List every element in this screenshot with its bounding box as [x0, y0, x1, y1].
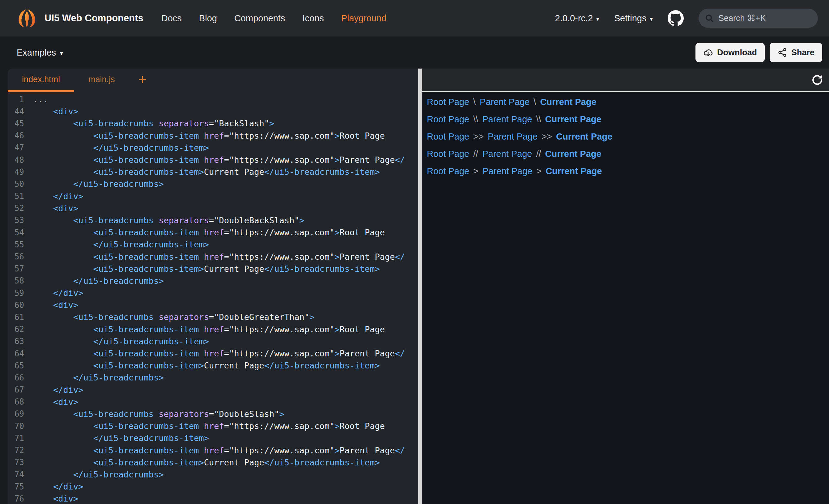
code-line[interactable]: 61 <ui5-breadcrumbs separators="DoubleGr…: [8, 311, 418, 323]
code-line[interactable]: 72 <ui5-breadcrumbs-item href="https://w…: [8, 444, 418, 456]
code-line[interactable]: 59 </div>: [8, 287, 418, 299]
code-token: </ui5-breadcrumbs-item>: [33, 240, 209, 249]
code-line[interactable]: 70 <ui5-breadcrumbs-item href="https://w…: [8, 420, 418, 432]
code-line[interactable]: 60 <div>: [8, 299, 418, 311]
code-token: separators: [158, 312, 209, 322]
code-line[interactable]: 51 </div>: [8, 190, 418, 202]
code-line[interactable]: 55 </ui5-breadcrumbs-item>: [8, 238, 418, 250]
ui5-phoenix-logo-icon: [17, 8, 37, 29]
nav-link-blog[interactable]: Blog: [199, 13, 217, 24]
tab-main.js[interactable]: main.js: [74, 69, 129, 92]
line-content: <ui5-breadcrumbs-item href="https://www.…: [24, 155, 405, 165]
code-token: </: [395, 252, 405, 262]
breadcrumb-separator: //: [536, 149, 541, 159]
split-divider-handle[interactable]: [418, 69, 422, 504]
breadcrumb-link[interactable]: Parent Page: [480, 97, 530, 107]
code-token: href: [204, 228, 224, 237]
line-number: 52: [8, 203, 24, 213]
code-line[interactable]: 66 </ui5-breadcrumbs>: [8, 372, 418, 384]
line-number: 67: [8, 385, 24, 394]
breadcrumb-link[interactable]: Parent Page: [488, 131, 538, 142]
brand-title[interactable]: UI5 Web Components: [44, 13, 143, 24]
code-line[interactable]: 56 <ui5-breadcrumbs-item href="https://w…: [8, 250, 418, 263]
download-label: Download: [717, 48, 757, 57]
code-token: </ui5-breadcrumbs-item>: [264, 458, 380, 467]
code-token: Current Page: [204, 361, 264, 370]
breadcrumb-link[interactable]: Parent Page: [482, 166, 532, 176]
code-token: href: [204, 155, 224, 165]
code-line[interactable]: 53 <ui5-breadcrumbs separators="DoubleBa…: [8, 214, 418, 226]
line-number: 47: [8, 143, 24, 152]
search-input[interactable]: [718, 13, 812, 23]
code-area[interactable]: 1...44 <div>45 <ui5-breadcrumbs separato…: [8, 92, 418, 504]
refresh-icon[interactable]: [811, 74, 823, 86]
code-line[interactable]: 46 <ui5-breadcrumbs-item href="https://w…: [8, 130, 418, 142]
breadcrumb-link[interactable]: Root Page: [427, 149, 469, 159]
code-line[interactable]: 65 <ui5-breadcrumbs-item>Current Page</u…: [8, 359, 418, 372]
breadcrumb-link[interactable]: Root Page: [427, 114, 469, 124]
github-icon[interactable]: [668, 10, 684, 26]
code-line[interactable]: 47 </ui5-breadcrumbs-item>: [8, 142, 418, 154]
code-line[interactable]: 57 <ui5-breadcrumbs-item>Current Page</u…: [8, 263, 418, 275]
code-line[interactable]: 68 <div>: [8, 396, 418, 408]
nav-link-components[interactable]: Components: [234, 13, 285, 24]
breadcrumb-current: Current Page: [546, 166, 602, 176]
line-number: 61: [8, 313, 24, 322]
code-line[interactable]: 62 <ui5-breadcrumbs-item href="https://w…: [8, 323, 418, 335]
nav-link-docs[interactable]: Docs: [161, 13, 182, 24]
code-token: </ui5-breadcrumbs-item>: [33, 433, 209, 443]
code-token: <ui5-breadcrumbs: [33, 119, 158, 128]
code-line[interactable]: 44 <div>: [8, 105, 418, 117]
download-button[interactable]: Download: [695, 43, 765, 62]
line-number: 73: [8, 458, 24, 467]
code-token: Root Page: [340, 131, 385, 141]
breadcrumb-separator: \: [473, 97, 476, 107]
code-line[interactable]: 64 <ui5-breadcrumbs-item href="https://w…: [8, 347, 418, 359]
examples-dropdown[interactable]: Examples ▾: [17, 47, 63, 58]
version-dropdown[interactable]: 2.0.0-rc.2 ▾: [555, 13, 599, 24]
code-line[interactable]: 63 </ui5-breadcrumbs-item>: [8, 335, 418, 347]
code-line[interactable]: 49 <ui5-breadcrumbs-item>Current Page</u…: [8, 166, 418, 178]
nav-link-icons[interactable]: Icons: [302, 13, 324, 24]
code-token: >: [334, 228, 339, 237]
line-number: 58: [8, 276, 24, 285]
settings-dropdown[interactable]: Settings ▾: [614, 13, 653, 24]
code-token: href: [204, 324, 224, 334]
playground-split: index.htmlmain.js + 1...44 <div>45 <ui5-…: [8, 69, 829, 504]
share-button[interactable]: Share: [770, 43, 822, 62]
breadcrumbs-row: Root Page>Parent Page>Current Page: [427, 166, 829, 176]
code-line[interactable]: 58 </ui5-breadcrumbs>: [8, 275, 418, 287]
line-content: </ui5-breadcrumbs-item>: [24, 240, 209, 249]
version-label: 2.0.0-rc.2: [555, 13, 593, 24]
line-content: <ui5-breadcrumbs-item>Current Page</ui5-…: [24, 361, 380, 370]
code-line[interactable]: 71 </ui5-breadcrumbs-item>: [8, 432, 418, 444]
code-line[interactable]: 75 </div>: [8, 480, 418, 493]
breadcrumb-link[interactable]: Parent Page: [482, 149, 532, 159]
line-number: 59: [8, 288, 24, 298]
tab-index.html[interactable]: index.html: [8, 69, 74, 92]
top-navbar: UI5 Web Components DocsBlogComponentsIco…: [0, 0, 829, 36]
code-line[interactable]: 54 <ui5-breadcrumbs-item href="https://w…: [8, 226, 418, 238]
code-line[interactable]: 50 </ui5-breadcrumbs>: [8, 178, 418, 190]
code-line[interactable]: 67 </div>: [8, 384, 418, 396]
breadcrumb-link[interactable]: Parent Page: [482, 114, 532, 124]
code-editor-pane: index.htmlmain.js + 1...44 <div>45 <ui5-…: [8, 69, 418, 504]
code-line[interactable]: 73 <ui5-breadcrumbs-item>Current Page</u…: [8, 457, 418, 468]
add-tab-button[interactable]: +: [129, 69, 156, 92]
breadcrumb-link[interactable]: Root Page: [427, 166, 469, 176]
code-line[interactable]: 74 </ui5-breadcrumbs>: [8, 468, 418, 480]
nav-link-playground[interactable]: Playground: [341, 13, 387, 24]
code-line[interactable]: 45 <ui5-breadcrumbs separators="BackSlas…: [8, 117, 418, 129]
code-line[interactable]: 52 <div>: [8, 202, 418, 214]
code-line[interactable]: 1...: [8, 93, 418, 105]
breadcrumb-link[interactable]: Root Page: [427, 97, 469, 107]
code-line[interactable]: 76 <div>: [8, 493, 418, 504]
code-line[interactable]: 48 <ui5-breadcrumbs-item href="https://w…: [8, 154, 418, 166]
code-token: >: [310, 312, 314, 322]
code-token: <ui5-breadcrumbs-item: [33, 445, 204, 455]
line-content: <ui5-breadcrumbs separators="BackSlash">: [24, 119, 274, 128]
code-token: <div>: [33, 203, 78, 213]
code-line[interactable]: 69 <ui5-breadcrumbs separators="DoubleSl…: [8, 408, 418, 420]
line-number: 49: [8, 167, 24, 177]
breadcrumb-link[interactable]: Root Page: [427, 131, 469, 142]
